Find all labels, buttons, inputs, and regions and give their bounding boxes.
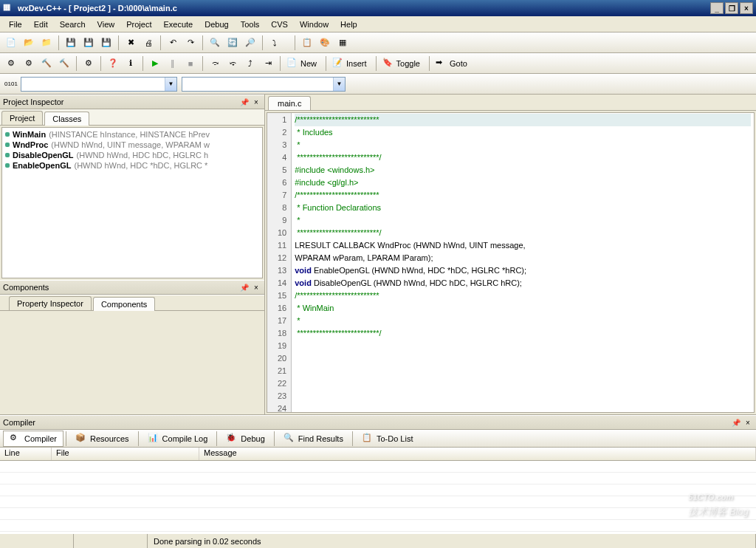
undo-icon[interactable]: ↶ bbox=[165, 35, 181, 51]
resources-icon: 📦 bbox=[75, 433, 87, 445]
tab-property-inspector[interactable]: Property Inspector bbox=[9, 296, 92, 310]
editor-tabs: main.c bbox=[265, 95, 756, 111]
compile-log-icon: 📊 bbox=[148, 433, 159, 445]
toolbar-2: ⚙ ⚙ 🔨 🔨 ⚙ ❓ ℹ ▶ ‖ ■ ⤼ ⤽ ⤴ ⇥ 📄New 📝Insert… bbox=[0, 53, 756, 74]
print-icon[interactable]: 🖨 bbox=[140, 35, 157, 51]
insert-button[interactable]: 📝Insert bbox=[330, 55, 372, 72]
panel-close-icon[interactable]: × bbox=[251, 282, 261, 292]
options-icon[interactable]: ⚙ bbox=[80, 55, 97, 72]
compiler-header: Compiler 📌 × bbox=[0, 415, 756, 430]
close-button[interactable]: × bbox=[740, 2, 753, 14]
find-icon[interactable]: 🔍 bbox=[207, 35, 223, 51]
tab-debug[interactable]: 🐞Debug bbox=[219, 431, 271, 447]
code-lines[interactable]: /************************** * Includes *… bbox=[292, 113, 754, 412]
pin-icon[interactable]: 📌 bbox=[731, 417, 741, 428]
binary-icon[interactable]: 0101 bbox=[3, 76, 19, 92]
about-icon[interactable]: ℹ bbox=[123, 55, 139, 72]
function-icon bbox=[5, 153, 10, 157]
inspector-title: Project Inspector bbox=[3, 97, 64, 106]
to-do-list-icon: 📋 bbox=[362, 433, 374, 445]
run-to-cursor-icon[interactable]: ⇥ bbox=[260, 55, 276, 72]
col-message[interactable]: Message bbox=[199, 448, 756, 460]
tab-project[interactable]: Project bbox=[1, 111, 43, 125]
new-file-icon[interactable]: 📄 bbox=[3, 35, 19, 51]
goto-button[interactable]: ➡Goto bbox=[433, 55, 472, 72]
folder-icon[interactable]: 📁 bbox=[38, 35, 55, 51]
save-project-icon[interactable]: 💾 bbox=[98, 35, 114, 51]
grid-body bbox=[0, 461, 756, 533]
tree-item[interactable]: WinMain (HINSTANCE hInstance, HINSTANCE … bbox=[4, 129, 261, 140]
tab-find-results[interactable]: 🔍Find Results bbox=[277, 431, 350, 447]
menu-cvs[interactable]: CVS bbox=[265, 18, 294, 30]
tab-classes[interactable]: Classes bbox=[44, 112, 89, 126]
panel-close-icon[interactable]: × bbox=[251, 97, 261, 107]
function-icon bbox=[5, 132, 10, 137]
components-header: Components 📌 × bbox=[0, 280, 264, 295]
menu-debug[interactable]: Debug bbox=[199, 18, 234, 30]
rebuild-icon[interactable]: 🔨 bbox=[38, 55, 55, 72]
toggle-button[interactable]: 🔖Toggle bbox=[380, 55, 425, 72]
new-button[interactable]: 📄New bbox=[284, 55, 322, 72]
menu-execute[interactable]: Execute bbox=[157, 18, 199, 30]
step-into-icon[interactable]: ⤽ bbox=[224, 55, 241, 72]
pin-icon[interactable]: 📌 bbox=[239, 282, 250, 292]
code-editor[interactable]: 123456789101112131415161718192021222324 … bbox=[267, 112, 755, 413]
run-icon[interactable]: ▶ bbox=[147, 55, 163, 72]
toolbar-1: 📄 📂 📁 💾 💾 💾 ✖ 🖨 ↶ ↷ 🔍 🔄 🔎 ⤵ 📋 🎨 ▦ bbox=[0, 32, 756, 53]
line-gutter: 123456789101112131415161718192021222324 bbox=[267, 113, 292, 412]
tab-to-do-list[interactable]: 📋To-Do List bbox=[355, 431, 420, 447]
close-file-icon[interactable]: ✖ bbox=[123, 35, 139, 51]
menu-file[interactable]: File bbox=[3, 18, 28, 30]
find-results-icon: 🔍 bbox=[284, 433, 295, 445]
panel-close-icon[interactable]: × bbox=[743, 417, 753, 428]
tab-compile-log[interactable]: 📊Compile Log bbox=[141, 431, 215, 447]
menu-window[interactable]: Window bbox=[294, 18, 334, 30]
replace-icon[interactable]: 🔄 bbox=[224, 35, 241, 51]
col-line[interactable]: Line bbox=[0, 448, 52, 460]
tab-resources[interactable]: 📦Resources bbox=[69, 431, 136, 447]
menu-help[interactable]: Help bbox=[334, 18, 363, 30]
compile-icon[interactable]: ⚙ bbox=[3, 55, 19, 72]
goto-line-icon[interactable]: ⤵ bbox=[267, 35, 283, 51]
menubar: FileEditSearchViewProjectExecuteDebugToo… bbox=[0, 16, 756, 32]
function-icon bbox=[5, 163, 10, 168]
member-combo[interactable]: ▼ bbox=[182, 77, 346, 92]
pin-icon[interactable]: 📌 bbox=[239, 97, 250, 107]
step-over-icon[interactable]: ⤼ bbox=[207, 55, 223, 72]
menu-search[interactable]: Search bbox=[54, 18, 92, 30]
new-form-icon[interactable]: 📋 bbox=[299, 35, 315, 51]
tree-item[interactable]: EnableOpenGL (HWND hWnd, HDC *hDC, HGLRC… bbox=[4, 160, 261, 171]
menu-edit[interactable]: Edit bbox=[28, 18, 54, 30]
stop-icon[interactable]: ■ bbox=[182, 55, 199, 72]
col-file[interactable]: File bbox=[52, 448, 199, 460]
grid-icon[interactable]: ▦ bbox=[334, 35, 351, 51]
compiler-grid[interactable]: Line File Message bbox=[0, 448, 756, 533]
pause-icon[interactable]: ‖ bbox=[165, 55, 181, 72]
status-cell-2 bbox=[74, 534, 148, 548]
components-body bbox=[0, 311, 264, 414]
class-tree[interactable]: WinMain (HINSTANCE hInstance, HINSTANCE … bbox=[1, 127, 263, 278]
menu-view[interactable]: View bbox=[92, 18, 121, 30]
redo-icon[interactable]: ↷ bbox=[182, 35, 199, 51]
save-all-icon[interactable]: 💾 bbox=[80, 35, 97, 51]
components-title: Components bbox=[3, 283, 49, 292]
find-next-icon[interactable]: 🔎 bbox=[242, 35, 258, 51]
designer-icon[interactable]: 🎨 bbox=[317, 35, 333, 51]
tab-compiler[interactable]: ⚙Compiler bbox=[3, 431, 63, 447]
restore-button[interactable]: ❐ bbox=[725, 2, 738, 14]
minimize-button[interactable]: _ bbox=[710, 2, 724, 14]
rebuild-all-icon[interactable]: 🔨 bbox=[56, 55, 72, 72]
class-combo[interactable]: ▼ bbox=[21, 77, 177, 92]
menu-project[interactable]: Project bbox=[120, 18, 157, 30]
menu-tools[interactable]: Tools bbox=[235, 18, 266, 30]
tree-item[interactable]: WndProc (HWND hWnd, UINT message, WPARAM… bbox=[4, 140, 261, 150]
step-out-icon[interactable]: ⤴ bbox=[242, 55, 258, 72]
tab-components[interactable]: Components bbox=[93, 297, 155, 311]
open-icon[interactable]: 📂 bbox=[21, 35, 37, 51]
help-icon[interactable]: ❓ bbox=[105, 55, 121, 72]
compile-run-icon[interactable]: ⚙ bbox=[21, 55, 37, 72]
tree-item[interactable]: DisableOpenGL (HWND hWnd, HDC hDC, HGLRC… bbox=[4, 150, 261, 160]
titlebar: ▦ wxDev-C++ - [ Project2 ] - D:\000\a\ma… bbox=[0, 0, 756, 16]
tab-main-c[interactable]: main.c bbox=[268, 96, 311, 110]
save-icon[interactable]: 💾 bbox=[63, 35, 79, 51]
